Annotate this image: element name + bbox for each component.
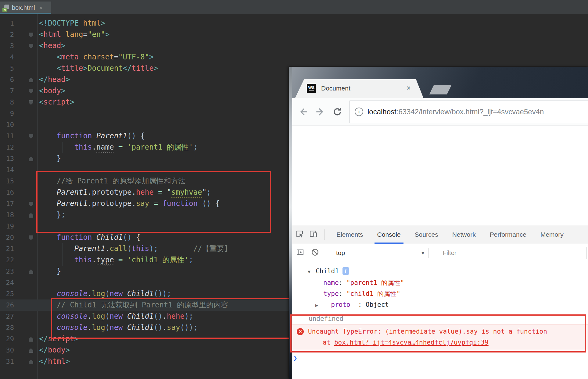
fold-open-icon[interactable] [29,202,33,206]
expand-triangle-icon[interactable]: ▶ [315,300,323,311]
line-number: 2 [0,29,14,40]
fold-close-icon[interactable] [29,213,33,218]
ide-tab-strip: H box.html × [0,0,588,14]
fold-gutter [14,266,39,277]
fold-gutter [14,345,39,356]
line-number: 22 [0,254,14,266]
fold-gutter [14,209,39,221]
fold-close-icon[interactable] [29,269,33,274]
page-info-icon[interactable]: i [355,108,363,116]
line-number: 24 [0,277,14,288]
line-number: 18 [0,209,14,221]
fold-open-icon[interactable] [29,134,33,139]
object-constructor-name: Child1 [316,267,339,275]
browser-tab[interactable]: WS Document × [295,79,424,98]
browser-navbar: i localhost:63342/interview/box.html?_ij… [289,98,588,126]
fold-close-icon[interactable] [29,78,33,82]
line-number: 20 [0,232,14,243]
back-icon[interactable] [298,107,308,117]
devtools-tab-elements[interactable]: Elements [329,225,370,244]
fold-gutter [14,63,39,74]
line-number: 8 [0,97,14,108]
url-bar[interactable]: i localhost:63342/interview/box.html?_ij… [350,101,588,123]
code-text: <meta charset="UTF-8"> [39,53,154,61]
fold-gutter [14,288,39,299]
object-property-row: type: "child1 的属性" [289,288,588,299]
fold-close-icon[interactable] [29,157,33,161]
device-toolbar-icon[interactable] [309,230,317,239]
code-text: <!DOCTYPE html> [39,19,105,27]
code-text: </head> [39,75,70,84]
forward-icon[interactable] [315,107,325,117]
fold-gutter [14,130,39,142]
collapse-triangle-icon[interactable]: ▼ [308,266,316,277]
toolbar-divider [428,248,428,258]
code-text: <title>Document</title> [39,64,158,73]
line-number: 23 [0,266,14,277]
fold-gutter [14,243,39,254]
fold-gutter [14,232,39,243]
webstorm-favicon: WS [307,84,316,93]
editor-line[interactable]: 4 <meta charset="UTF-8"> [0,51,588,63]
editor-line[interactable]: 2<html lang="en"> [0,29,588,40]
indent-guide [63,142,63,153]
context-selector-value: top [336,249,345,257]
fold-gutter [14,254,39,266]
editor-line[interactable]: 3<head> [0,40,588,51]
devtools-tab-performance[interactable]: Performance [483,225,533,244]
filter-input[interactable] [439,247,587,259]
context-selector[interactable]: top ▼ [336,249,425,257]
editor-tab-box-html[interactable]: H box.html × [0,2,51,14]
fold-gutter [14,119,39,130]
devtools-tab-sources[interactable]: Sources [408,225,445,244]
line-number: 5 [0,63,14,74]
line-number: 27 [0,311,14,322]
toolbar-divider [326,248,326,258]
devtools-tab-console[interactable]: Console [370,225,408,244]
browser-tab-close-icon[interactable]: × [407,84,411,92]
fold-open-icon[interactable] [29,33,33,37]
inspect-element-icon[interactable] [296,230,304,239]
fold-gutter [14,108,39,119]
line-number: 13 [0,153,14,164]
code-text: function Parent1() { [39,132,145,140]
reload-icon[interactable] [332,107,342,117]
new-tab-button[interactable] [429,85,451,94]
prompt-chevron-icon: ❯ [293,354,297,362]
fold-gutter [14,356,39,367]
chevron-down-icon: ▼ [421,250,425,256]
clear-console-icon[interactable] [311,248,319,258]
line-number: 10 [0,119,14,130]
fold-close-icon[interactable] [29,360,33,364]
fold-gutter [14,175,39,187]
fold-close-icon[interactable] [29,348,33,353]
fold-open-icon[interactable] [29,89,33,94]
devtools-tab-memory[interactable]: Memory [533,225,571,244]
code-text: console.log(new Child1()); [39,289,171,298]
object-proto-row[interactable]: ▶__proto__: Object [289,299,588,311]
fold-open-icon[interactable] [29,100,33,105]
devtools-tab-network[interactable]: Network [445,225,483,244]
line-number: 14 [0,164,14,175]
fold-gutter [14,322,39,333]
code-text: this.type = 'child1 的属性'; [39,256,193,264]
console-prompt[interactable]: ❯ [289,352,588,363]
editor-tab-filename: box.html [12,4,35,11]
fold-open-icon[interactable] [29,236,33,240]
editor-line[interactable]: 1<!DOCTYPE html> [0,18,588,29]
line-number: 4 [0,51,14,63]
fold-gutter [14,40,39,51]
line-number: 21 [0,243,14,254]
line-number: 30 [0,345,14,356]
console-object-row[interactable]: ▼Child1i [289,262,588,277]
line-number: 7 [0,85,14,97]
annotation-box-prototype-block [36,171,271,233]
editor-tab-close-icon[interactable]: × [39,5,43,11]
code-text: </body> [39,346,70,354]
code-text: } [39,154,61,163]
console-sidebar-icon[interactable] [296,248,304,257]
page-viewport [289,126,588,225]
line-number: 6 [0,74,14,85]
fold-close-icon[interactable] [29,337,33,342]
fold-open-icon[interactable] [29,44,33,48]
